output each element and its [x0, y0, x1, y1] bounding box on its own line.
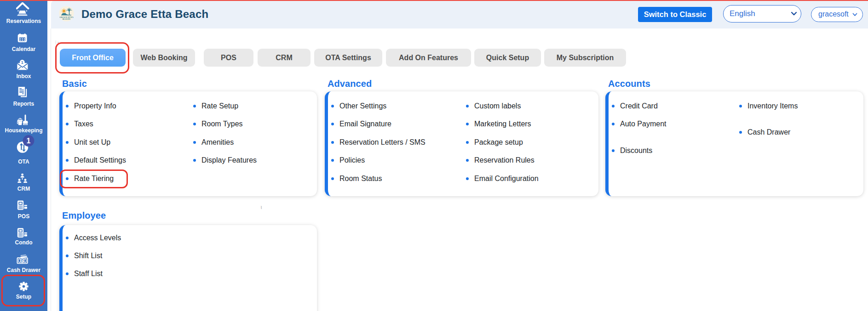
- svg-text:1: 1: [27, 137, 31, 145]
- svg-text:BEACH INN: BEACH INN: [63, 18, 71, 20]
- svg-text:1: 1: [21, 60, 23, 65]
